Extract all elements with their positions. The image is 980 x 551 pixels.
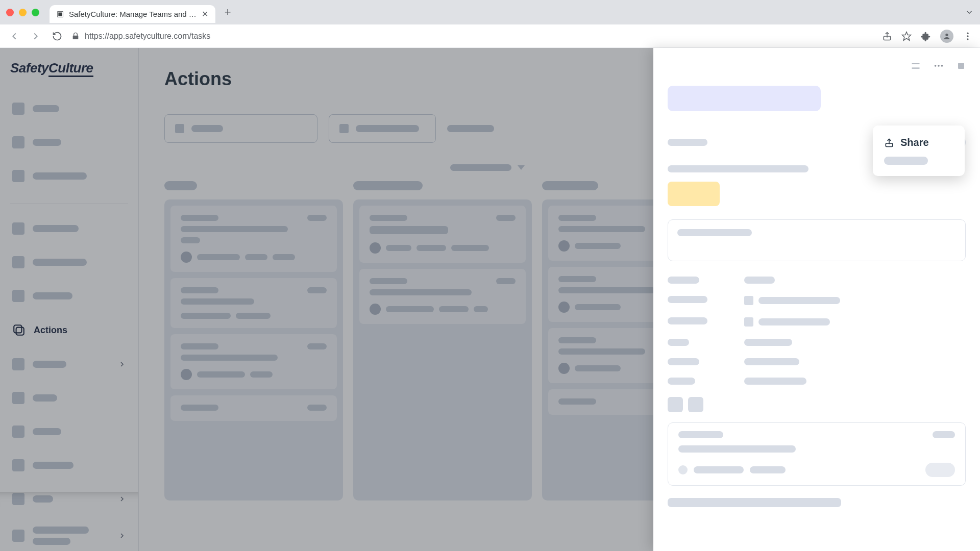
browser-actions [882, 30, 973, 43]
comment-meta [750, 466, 786, 473]
svg-marker-1 [902, 32, 911, 40]
meta-label [668, 378, 695, 385]
detail-metadata [668, 277, 966, 385]
share-icon[interactable] [882, 31, 892, 41]
browser-toolbar: https://app.safetyculture.com/tasks [0, 24, 980, 48]
share-icon [884, 138, 894, 148]
comment-author [678, 431, 723, 438]
meta-label [668, 339, 689, 346]
meta-label [668, 296, 707, 303]
new-tab-button[interactable]: + [225, 6, 231, 19]
close-panel-icon[interactable] [957, 61, 966, 70]
reply-button[interactable] [925, 463, 955, 477]
status-label [668, 139, 707, 146]
comment-meta [694, 466, 744, 473]
tab-button[interactable] [668, 397, 683, 412]
app-root: SafetyCulture Actions Actions [0, 48, 980, 551]
modal-backdrop[interactable] [0, 48, 653, 551]
detail-title [668, 86, 821, 111]
lock-icon [71, 32, 80, 40]
extensions-icon[interactable] [921, 31, 931, 41]
share-menu-item[interactable] [882, 153, 955, 169]
window-controls [6, 9, 39, 16]
comment-text [678, 445, 796, 453]
share-popover: Share [873, 126, 965, 176]
meta-value [758, 297, 840, 304]
detail-subtitle [668, 165, 808, 172]
maximize-window-button[interactable] [32, 9, 39, 16]
svg-point-12 [941, 65, 943, 67]
svg-point-5 [967, 38, 968, 40]
meta-value [744, 339, 792, 346]
meta-label [668, 277, 699, 284]
back-button[interactable] [7, 29, 21, 43]
star-icon[interactable] [901, 31, 912, 41]
meta-icon [744, 296, 753, 305]
meta-value [744, 378, 806, 385]
svg-point-2 [945, 33, 948, 36]
meta-value [758, 318, 830, 325]
meta-label [668, 317, 707, 324]
share-menu-item[interactable]: Share [882, 133, 955, 153]
comment-card [668, 422, 966, 486]
svg-point-3 [967, 32, 968, 34]
comment-avatar [678, 465, 688, 474]
detail-footer-text [668, 498, 841, 507]
detail-tabs [668, 397, 966, 412]
priority-badge[interactable] [668, 182, 720, 206]
profile-avatar[interactable] [940, 30, 953, 43]
description-box[interactable] [668, 219, 966, 261]
detail-panel [653, 48, 980, 551]
svg-rect-8 [912, 63, 920, 64]
reload-button[interactable] [50, 29, 64, 43]
minimize-window-button[interactable] [19, 9, 27, 16]
close-tab-icon[interactable]: ✕ [202, 9, 208, 19]
comment-time [933, 431, 955, 438]
more-options-icon[interactable] [933, 60, 944, 71]
tab-title: SafetyCulture: Manage Teams and … [69, 10, 197, 18]
meta-label [668, 358, 699, 365]
meta-value [744, 277, 775, 284]
tab-overflow-icon[interactable] [965, 8, 974, 17]
collapse-icon[interactable] [911, 61, 921, 71]
svg-point-10 [935, 65, 937, 67]
tab-button[interactable] [688, 397, 703, 412]
forward-button[interactable] [29, 29, 43, 43]
menu-item-label [884, 157, 928, 165]
browser-tab[interactable]: ▣ SafetyCulture: Manage Teams and … ✕ [50, 5, 215, 23]
share-label: Share [900, 137, 929, 148]
svg-rect-9 [912, 67, 920, 69]
svg-point-4 [967, 35, 968, 37]
kebab-menu-icon[interactable] [963, 31, 973, 41]
tab-favicon: ▣ [57, 9, 64, 18]
address-bar[interactable]: https://app.safetyculture.com/tasks [71, 32, 875, 41]
detail-toolbar [668, 60, 966, 71]
url-text: https://app.safetyculture.com/tasks [85, 32, 210, 41]
description-text [677, 229, 752, 236]
svg-point-11 [938, 65, 940, 67]
meta-value [744, 358, 799, 365]
svg-rect-13 [958, 63, 964, 69]
close-window-button[interactable] [6, 9, 14, 16]
browser-tab-strip: ▣ SafetyCulture: Manage Teams and … ✕ + [0, 0, 980, 24]
meta-icon [744, 317, 753, 327]
